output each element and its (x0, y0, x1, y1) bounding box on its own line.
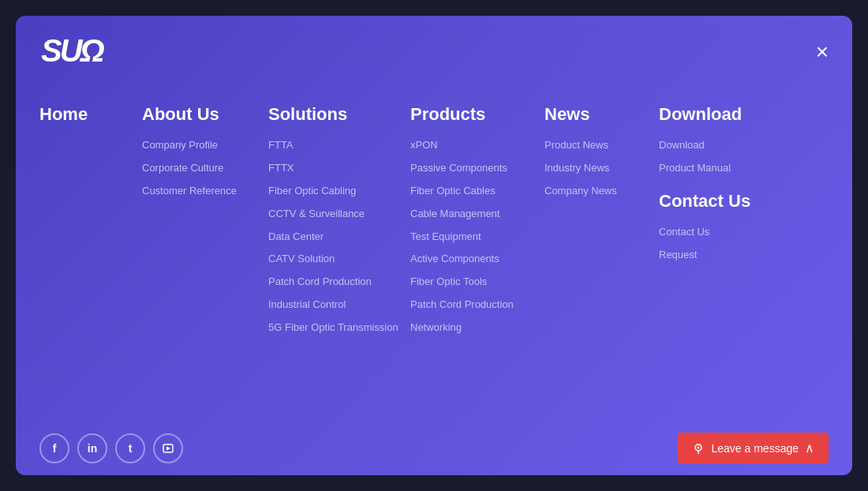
solutions-fttx[interactable]: FTTX (268, 162, 410, 175)
solutions-data-center[interactable]: Data Center (268, 231, 410, 244)
products-passive[interactable]: Passive Components (410, 162, 544, 175)
logo[interactable]: ЅUΩ (39, 32, 110, 73)
about-heading[interactable]: About Us (142, 104, 268, 125)
about-company-profile[interactable]: Company Profile (142, 139, 268, 152)
products-fiber-tools[interactable]: Fiber Optic Tools (410, 275, 544, 289)
news-product[interactable]: Product News (544, 139, 659, 152)
linkedin-icon[interactable]: in (77, 433, 107, 463)
solutions-cctv[interactable]: CCTV & Surveillance (268, 208, 410, 221)
download-download[interactable]: Download (659, 139, 829, 152)
svg-point-4 (698, 446, 700, 448)
twitter-icon[interactable]: t (115, 433, 145, 463)
leave-message-button[interactable]: Leave a message ∧ (678, 433, 829, 463)
bottom-bar: f in t Leave a message ∧ (16, 421, 852, 475)
nav-column-products: Products xPON Passive Components Fiber O… (410, 104, 544, 344)
products-test-equipment[interactable]: Test Equipment (410, 231, 544, 244)
nav-column-news: News Product News Industry News Company … (544, 104, 659, 344)
solutions-5g[interactable]: 5G Fiber Optic Transmission (268, 321, 410, 335)
svg-text:ЅUΩ: ЅUΩ (41, 33, 105, 66)
download-product-manual[interactable]: Product Manual (659, 162, 829, 175)
products-heading[interactable]: Products (410, 104, 544, 125)
solutions-patch-cord[interactable]: Patch Cord Production (268, 275, 410, 289)
nav-column-about: About Us Company Profile Corporate Cultu… (142, 104, 268, 344)
solutions-industrial[interactable]: Industrial Control (268, 298, 410, 312)
youtube-icon[interactable] (153, 433, 183, 463)
contact-request[interactable]: Request (659, 249, 829, 262)
nav-column-download: Download Download Product Manual Contact… (659, 104, 829, 344)
contact-us[interactable]: Contact Us (659, 226, 829, 239)
products-xpon[interactable]: xPON (410, 139, 544, 152)
download-heading[interactable]: Download (659, 104, 829, 125)
navigation-content: Home About Us Company Profile Corporate … (16, 81, 852, 360)
solutions-heading[interactable]: Solutions (268, 104, 410, 125)
message-icon (692, 442, 705, 455)
home-heading[interactable]: Home (39, 104, 142, 125)
facebook-icon[interactable]: f (39, 433, 69, 463)
news-company[interactable]: Company News (544, 185, 659, 198)
contact-heading: Contact Us (659, 191, 829, 212)
about-corporate-culture[interactable]: Corporate Culture (142, 162, 268, 175)
solutions-ftta[interactable]: FTTA (268, 139, 410, 152)
solutions-fiber-optic-cabling[interactable]: Fiber Optic Cabling (268, 185, 410, 198)
products-active[interactable]: Active Components (410, 253, 544, 266)
about-customer-reference[interactable]: Customer Reference (142, 185, 268, 198)
nav-column-home: Home (39, 104, 142, 344)
products-patch-cord[interactable]: Patch Cord Production (410, 298, 544, 312)
close-button[interactable]: × (816, 41, 829, 63)
chevron-up-icon: ∧ (805, 440, 814, 455)
products-networking[interactable]: Networking (410, 321, 544, 335)
nav-column-solutions: Solutions FTTA FTTX Fiber Optic Cabling … (268, 104, 410, 344)
social-icons: f in t (39, 433, 183, 463)
products-cable-mgmt[interactable]: Cable Management (410, 208, 544, 221)
news-industry[interactable]: Industry News (544, 162, 659, 175)
news-heading[interactable]: News (544, 104, 659, 125)
leave-message-label: Leave a message (711, 442, 799, 455)
solutions-catv[interactable]: CATV Solution (268, 253, 410, 266)
main-menu-overlay: ЅUΩ × Home About Us Company Profile Corp… (16, 16, 852, 475)
svg-marker-2 (166, 446, 170, 450)
top-bar: ЅUΩ × (16, 16, 852, 81)
products-fiber-cables[interactable]: Fiber Optic Cables (410, 185, 544, 198)
